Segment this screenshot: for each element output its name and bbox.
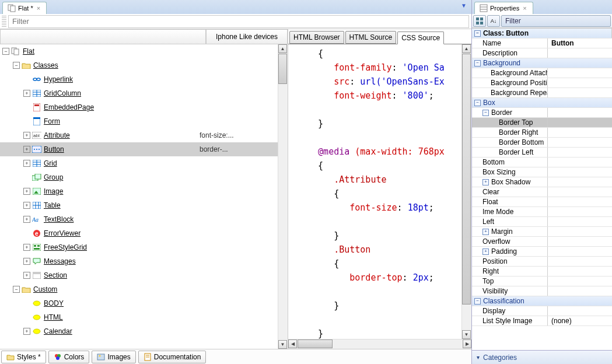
- prop-row-border[interactable]: −Border: [472, 108, 612, 118]
- prop-value[interactable]: [548, 237, 612, 246]
- close-icon[interactable]: ×: [522, 5, 527, 12]
- expander-icon[interactable]: +: [23, 244, 30, 251]
- prop-value[interactable]: [548, 187, 612, 197]
- prop-row-padding[interactable]: +Padding: [472, 247, 612, 257]
- expander-icon[interactable]: +: [23, 160, 30, 167]
- tree-item-calendar[interactable]: +Calendar: [0, 324, 278, 338]
- prop-row-box-shadow[interactable]: +Box Shadow: [472, 177, 612, 187]
- prop-row-overflow[interactable]: Overflow: [472, 237, 612, 247]
- expander-icon[interactable]: +: [23, 146, 30, 153]
- prop-value[interactable]: [548, 118, 612, 127]
- prop-value[interactable]: (none): [548, 316, 612, 326]
- prop-row-visibility[interactable]: Visibility: [472, 286, 612, 296]
- prop-row-clear[interactable]: Clear: [472, 187, 612, 197]
- prop-row-background[interactable]: −Background: [472, 58, 612, 68]
- tree-item-textblock[interactable]: +AaTextBlock: [0, 212, 278, 226]
- prop-value[interactable]: [548, 108, 612, 117]
- categorized-button[interactable]: [473, 15, 486, 27]
- prop-value[interactable]: [548, 257, 612, 266]
- prop-row-display[interactable]: Display: [472, 306, 612, 316]
- prop-row-box[interactable]: −Box: [472, 98, 612, 108]
- prop-value[interactable]: [548, 138, 612, 147]
- prop-value[interactable]: [548, 177, 612, 187]
- prop-row-margin[interactable]: +Margin: [472, 227, 612, 237]
- prop-row-description[interactable]: Description: [472, 48, 612, 58]
- tab-flat[interactable]: Flat * ×: [2, 2, 47, 14]
- collapse-icon[interactable]: −: [474, 30, 481, 37]
- tab-images[interactable]: Images: [92, 351, 135, 363]
- tree-item-button[interactable]: +Buttonborder-...: [0, 142, 278, 156]
- scroll-thumb[interactable]: [462, 54, 471, 304]
- tree-item-classes[interactable]: −Classes: [0, 58, 278, 72]
- tree-header-name[interactable]: [0, 29, 206, 44]
- tree-item-section[interactable]: +Section: [0, 268, 278, 282]
- code-vertical-scrollbar[interactable]: ▲ ▼: [461, 44, 471, 339]
- prop-value[interactable]: [548, 267, 612, 276]
- prop-value[interactable]: [548, 286, 612, 296]
- prop-value[interactable]: [548, 128, 612, 137]
- expander-icon[interactable]: +: [23, 258, 30, 265]
- prop-row-background-attachme[interactable]: Background Attachme: [472, 68, 612, 78]
- tree-header-device[interactable]: Iphone Like devices: [206, 29, 288, 44]
- scroll-up-button[interactable]: ▲: [462, 44, 471, 53]
- tree-item-hyperlink[interactable]: Hyperlink: [0, 72, 278, 86]
- tree-item-form[interactable]: Form: [0, 114, 278, 128]
- expander-icon[interactable]: −: [2, 48, 9, 55]
- tree-item-attribute[interactable]: +ablAttributefont-size:...: [0, 128, 278, 142]
- prop-value[interactable]: [548, 68, 612, 78]
- scroll-down-button[interactable]: ▼: [462, 330, 471, 339]
- expander-icon[interactable]: +: [23, 328, 30, 335]
- prop-row-bottom[interactable]: Bottom: [472, 158, 612, 167]
- tree-item-image[interactable]: +Image: [0, 184, 278, 198]
- tab-html-source[interactable]: HTML Source: [345, 31, 397, 44]
- prop-value[interactable]: [548, 88, 612, 97]
- expander-icon[interactable]: +: [23, 202, 30, 209]
- tab-styles[interactable]: Styles *: [1, 351, 46, 363]
- expander-icon[interactable]: −: [474, 60, 481, 66]
- tab-css-source[interactable]: CSS Source: [397, 32, 444, 44]
- prop-value[interactable]: [548, 207, 612, 216]
- tree-item-grid[interactable]: +Grid: [0, 156, 278, 170]
- prop-value[interactable]: [548, 197, 612, 206]
- expander-icon[interactable]: +: [482, 179, 489, 186]
- tree-item-group[interactable]: Group: [0, 170, 278, 184]
- prop-value[interactable]: [548, 48, 612, 58]
- properties-filter[interactable]: Filter: [501, 15, 611, 27]
- categories-bar[interactable]: ▾ Categories: [472, 350, 612, 364]
- scroll-thumb[interactable]: [278, 54, 287, 84]
- filter-input[interactable]: [8, 15, 469, 28]
- prop-row-border-left[interactable]: Border Left: [472, 148, 612, 158]
- expander-icon[interactable]: +: [23, 272, 30, 279]
- tree-body[interactable]: −Flat−ClassesHyperlink+GridColumnEmbedde…: [0, 44, 278, 349]
- tree-item-errorviewer[interactable]: eErrorViewer: [0, 226, 278, 240]
- expander-icon[interactable]: +: [23, 90, 30, 97]
- scroll-left-button[interactable]: ◀: [288, 340, 297, 348]
- tab-html-browser[interactable]: HTML Browser: [289, 31, 344, 44]
- prop-row-position[interactable]: Position: [472, 257, 612, 267]
- tree-item-custom[interactable]: −Custom: [0, 282, 278, 296]
- prop-row-top[interactable]: Top: [472, 276, 612, 286]
- prop-row-list-style-image[interactable]: List Style Image(none): [472, 316, 612, 326]
- tree-item-body[interactable]: BODY: [0, 296, 278, 310]
- scroll-down-button[interactable]: ▼: [278, 340, 287, 349]
- prop-value[interactable]: [548, 158, 612, 167]
- expander-icon[interactable]: +: [482, 249, 489, 255]
- prop-row-float[interactable]: Float: [472, 197, 612, 207]
- tree-item-freestylegrid[interactable]: +FreeStyleGrid: [0, 240, 278, 254]
- expander-icon[interactable]: −: [13, 286, 20, 293]
- tree-item-table[interactable]: +Table: [0, 198, 278, 212]
- prop-value[interactable]: [548, 217, 612, 226]
- prop-value[interactable]: [548, 247, 612, 256]
- tree-item-embeddedpage[interactable]: EmbeddedPage: [0, 100, 278, 114]
- code-horizontal-scrollbar[interactable]: ◀ ▶: [288, 339, 471, 349]
- vertical-scrollbar[interactable]: ▲ ▼: [278, 44, 288, 349]
- scroll-up-button[interactable]: ▲: [278, 44, 287, 53]
- prop-value[interactable]: [548, 276, 612, 286]
- expander-icon[interactable]: −: [482, 110, 489, 116]
- expander-icon[interactable]: +: [23, 216, 30, 223]
- prop-value[interactable]: Button: [548, 38, 612, 48]
- prop-value[interactable]: [548, 306, 612, 316]
- prop-row-right[interactable]: Right: [472, 267, 612, 276]
- prop-row-name[interactable]: NameButton: [472, 38, 612, 48]
- tree-item-gridcolumn[interactable]: +GridColumn: [0, 86, 278, 100]
